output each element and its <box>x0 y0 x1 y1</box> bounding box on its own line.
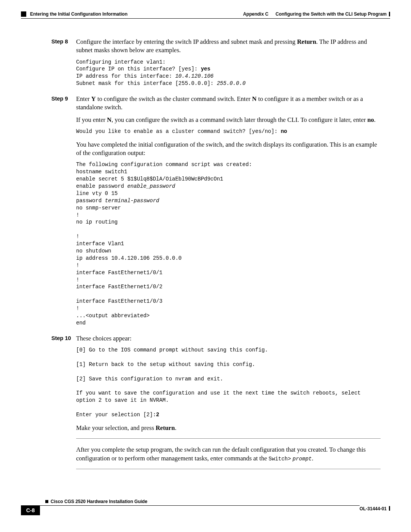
header-square-icon <box>21 11 26 17</box>
step9-para3: You have completed the initial configura… <box>76 141 381 158</box>
footer-page-number: C-8 <box>21 505 40 515</box>
footer-book-title: Cisco CGS 2520 Hardware Installation Gui… <box>51 499 147 504</box>
step-body: Configure the interface by entering the … <box>76 38 381 93</box>
step-body: Enter Y to configure the switch as the c… <box>76 95 381 332</box>
footer-bar-icon <box>389 506 390 511</box>
header-bar-icon <box>389 12 390 16</box>
step8-para1: Configure the interface by entering the … <box>76 38 381 55</box>
content-area: Step 8 Configure the interface by enteri… <box>21 38 390 476</box>
header-appendix-title: Configuring the Switch with the CLI Setu… <box>276 11 387 17</box>
step10-para2: Make your selection, and press Return. <box>76 424 381 432</box>
header-rule <box>21 18 390 19</box>
page-footer: Cisco CGS 2520 Hardware Installation Gui… <box>21 499 390 515</box>
divider-rule <box>76 469 381 469</box>
step10-para1: These choices appear: <box>76 334 381 343</box>
step8-code: Configuring interface vlan1: Configure I… <box>76 59 381 88</box>
header-section-title: Entering the Initial Configuration Infor… <box>30 11 127 17</box>
step-9: Step 9 Enter Y to configure the switch a… <box>51 95 381 332</box>
footer-docnum-wrap: OL-31444-01 <box>360 505 390 515</box>
step-label: Step 10 <box>51 334 76 341</box>
step-body: These choices appear: [0] Go to the IOS … <box>76 334 381 476</box>
step9-code1: Would you like to enable as a cluster co… <box>76 128 381 135</box>
header-left: Entering the Initial Configuration Infor… <box>21 11 127 17</box>
step9-para2: If you enter N, you can configure the sw… <box>76 116 381 124</box>
page-header: Entering the Initial Configuration Infor… <box>21 11 390 17</box>
footer-mid-rule <box>40 505 360 515</box>
footer-bar: C-8 OL-31444-01 <box>21 505 390 515</box>
footer-square-icon <box>45 500 48 503</box>
closing-para: After you complete the setup program, th… <box>76 446 381 463</box>
footer-docnum: OL-31444-01 <box>360 506 387 511</box>
step-label: Step 9 <box>51 95 76 102</box>
step-10: Step 10 These choices appear: [0] Go to … <box>51 334 381 476</box>
header-right: Appendix C Configuring the Switch with t… <box>243 11 390 17</box>
step10-code: [0] Go to the IOS command prompt without… <box>76 347 381 419</box>
step9-code2: The following configuration command scri… <box>76 161 381 326</box>
footer-book-line: Cisco CGS 2520 Hardware Installation Gui… <box>21 499 390 504</box>
header-appendix-label: Appendix C <box>243 11 269 17</box>
step-8: Step 8 Configure the interface by enteri… <box>51 38 381 93</box>
divider-rule <box>76 438 381 439</box>
step-label: Step 8 <box>51 38 76 45</box>
step9-para1: Enter Y to configure the switch as the c… <box>76 95 381 112</box>
document-page: Entering the Initial Configuration Infor… <box>0 0 411 530</box>
